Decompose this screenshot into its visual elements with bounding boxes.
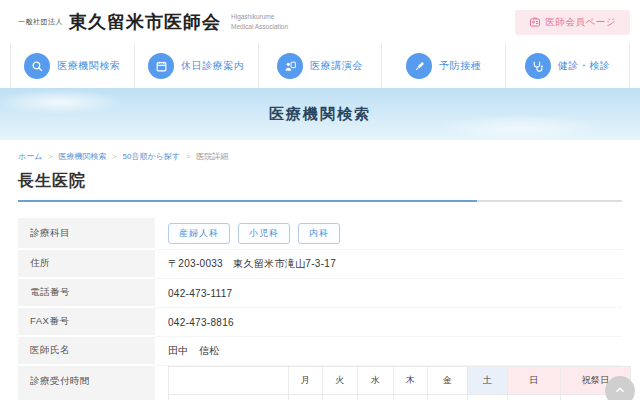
department-tag: 小児科 [238,223,290,244]
detail-label: 住所 [18,250,155,279]
detail-value: 田中 信松 [155,337,622,366]
detail-label: 電話番号 [18,279,155,308]
department-tag: 産婦人科 [168,223,230,244]
detail-value: 産婦人科 小児科 内科 [155,218,622,250]
schedule-corner-cell [169,367,289,395]
schedule-day-header: 月 [289,367,323,395]
breadcrumb-medical-search[interactable]: 医療機関検索 [58,151,106,162]
schedule-day-header: 金 [428,367,468,395]
page-title: 長生医院 [18,171,622,192]
calendar-icon [148,53,174,79]
breadcrumb-syllabary-search[interactable]: 50音順から探す [123,151,180,162]
scroll-top-button[interactable] [605,376,635,400]
chevron-up-icon [613,383,627,400]
breadcrumb-separator: > [186,153,190,160]
member-page-button[interactable]: 医師会員ページ [515,10,630,35]
schedule-day-header: 木 [394,367,428,395]
schedule-cell [289,395,323,400]
schedule-table: 月 火 水 木 金 土 日 祝祭日 [168,366,631,400]
detail-row-fax: FAX番号 042-473-8816 [18,308,622,337]
nav-item-checkups[interactable]: 健診・検診 [505,44,630,88]
page: 一般社団法人 東久留米市医師会 Higashikurume Medical As… [0,0,640,400]
nav-item-medical-search[interactable]: 医療機関検索 [10,44,134,88]
detail-label: 診療受付時間 [18,366,155,400]
detail-row-phone: 電話番号 042-473-1117 [18,279,622,308]
nav-item-holiday-care[interactable]: 休日診療案内 [134,44,258,88]
schedule-day-header-sunday: 日 [508,367,561,395]
detail-label: FAX番号 [18,308,155,337]
main-nav: 医療機関検索 休日診療案内 医療講演会 [0,44,640,88]
nav-item-label: 健診・検診 [558,59,611,73]
schedule-cell [508,395,561,400]
org-name: 東久留米市医師会 [69,13,221,31]
department-tags: 産婦人科 小児科 内科 [168,223,340,244]
presenter-icon [277,53,303,79]
nav-item-label: 予防接種 [439,59,481,73]
detail-value: 042-473-8816 [155,308,622,337]
nav-item-lectures[interactable]: 医療講演会 [258,44,382,88]
schedule-cell [394,395,428,400]
org-name-english: Higashikurume Medical Association [231,12,288,32]
schedule-cell [323,395,358,400]
member-page-button-label: 医師会員ページ [546,16,616,29]
search-icon [24,53,50,79]
org-type-label: 一般社団法人 [18,17,63,27]
breadcrumb-separator: > [112,153,116,160]
detail-row-departments: 診療科目 産婦人科 小児科 内科 [18,218,622,250]
nav-item-vaccination[interactable]: 予防接種 [381,44,505,88]
schedule-cell [428,395,468,400]
nav-item-label: 休日診療案内 [181,59,244,73]
syringe-icon [406,53,432,79]
detail-value: 月 火 水 木 金 土 日 祝祭日 [155,366,631,400]
detail-label: 診療科目 [18,218,155,250]
breadcrumb-home[interactable]: ホーム [18,151,42,162]
nav-item-label: 医療機関検索 [57,59,120,73]
clinic-details-table: 診療科目 産婦人科 小児科 内科 住所 〒203-0033 東久留米市滝山7-3… [18,218,622,400]
breadcrumb-separator: > [48,153,52,160]
detail-value: 〒203-0033 東久留米市滝山7-3-17 [155,250,622,279]
detail-row-schedule: 診療受付時間 月 火 水 木 金 土 [18,366,622,400]
schedule-day-header: 水 [358,367,394,395]
detail-value: 042-473-1117 [155,279,622,308]
site-header: 一般社団法人 東久留米市医師会 Higashikurume Medical As… [0,0,640,44]
schedule-cell [358,395,394,400]
breadcrumb-current: 医院詳細 [196,151,228,162]
detail-row-doctor: 医師氏名 田中 信松 [18,337,622,366]
schedule-cell [468,395,508,400]
detail-label: 医師氏名 [18,337,155,366]
id-badge-icon [529,16,541,28]
department-tag: 内科 [298,223,340,244]
schedule-day-header-saturday: 土 [468,367,508,395]
hero-title: 医療機関検索 [269,105,371,124]
title-underline [18,200,622,202]
detail-row-address: 住所 〒203-0033 東久留米市滝山7-3-17 [18,250,622,279]
schedule-day-header: 火 [323,367,358,395]
site-logo[interactable]: 一般社団法人 東久留米市医師会 Higashikurume Medical As… [18,12,288,32]
stethoscope-icon [525,53,551,79]
nav-item-label: 医療講演会 [310,59,363,73]
hero-banner: 医療機関検索 [0,88,640,140]
schedule-cell [169,395,289,400]
breadcrumb: ホーム > 医療機関検索 > 50音順から探す > 医院詳細 [18,151,622,162]
